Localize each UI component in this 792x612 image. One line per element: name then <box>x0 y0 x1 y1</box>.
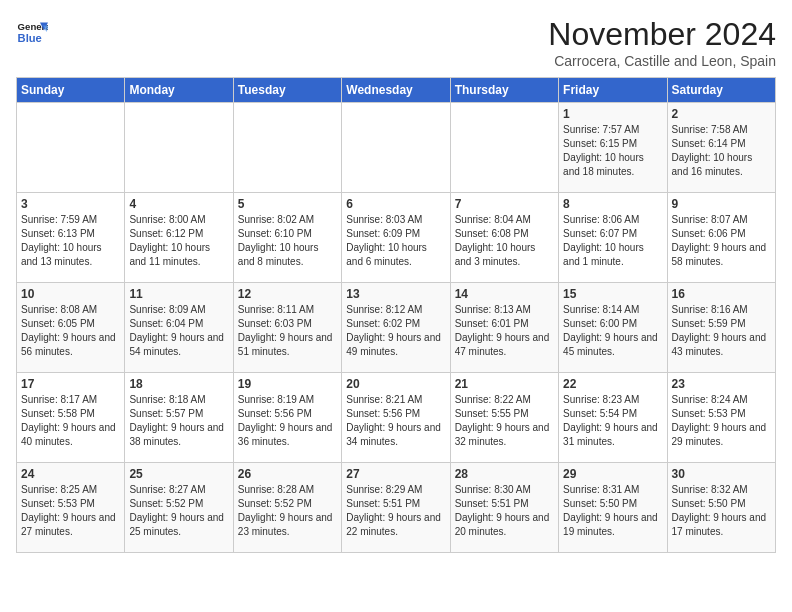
location-title: Carrocera, Castille and Leon, Spain <box>548 53 776 69</box>
calendar-cell: 20Sunrise: 8:21 AM Sunset: 5:56 PM Dayli… <box>342 373 450 463</box>
calendar-cell: 11Sunrise: 8:09 AM Sunset: 6:04 PM Dayli… <box>125 283 233 373</box>
day-number: 13 <box>346 287 445 301</box>
day-info: Sunrise: 7:57 AM Sunset: 6:15 PM Dayligh… <box>563 123 662 179</box>
weekday-header-saturday: Saturday <box>667 78 775 103</box>
day-info: Sunrise: 8:09 AM Sunset: 6:04 PM Dayligh… <box>129 303 228 359</box>
day-number: 2 <box>672 107 771 121</box>
calendar-cell: 28Sunrise: 8:30 AM Sunset: 5:51 PM Dayli… <box>450 463 558 553</box>
day-info: Sunrise: 8:24 AM Sunset: 5:53 PM Dayligh… <box>672 393 771 449</box>
calendar-cell <box>342 103 450 193</box>
day-number: 21 <box>455 377 554 391</box>
day-number: 7 <box>455 197 554 211</box>
calendar-week-4: 17Sunrise: 8:17 AM Sunset: 5:58 PM Dayli… <box>17 373 776 463</box>
calendar-cell: 23Sunrise: 8:24 AM Sunset: 5:53 PM Dayli… <box>667 373 775 463</box>
day-info: Sunrise: 8:18 AM Sunset: 5:57 PM Dayligh… <box>129 393 228 449</box>
calendar-header-row: SundayMondayTuesdayWednesdayThursdayFrid… <box>17 78 776 103</box>
title-block: November 2024 Carrocera, Castille and Le… <box>548 16 776 69</box>
calendar-cell: 5Sunrise: 8:02 AM Sunset: 6:10 PM Daylig… <box>233 193 341 283</box>
day-info: Sunrise: 8:14 AM Sunset: 6:00 PM Dayligh… <box>563 303 662 359</box>
day-info: Sunrise: 8:00 AM Sunset: 6:12 PM Dayligh… <box>129 213 228 269</box>
calendar-body: 1Sunrise: 7:57 AM Sunset: 6:15 PM Daylig… <box>17 103 776 553</box>
weekday-header-monday: Monday <box>125 78 233 103</box>
day-info: Sunrise: 8:23 AM Sunset: 5:54 PM Dayligh… <box>563 393 662 449</box>
day-number: 19 <box>238 377 337 391</box>
day-number: 10 <box>21 287 120 301</box>
day-info: Sunrise: 8:27 AM Sunset: 5:52 PM Dayligh… <box>129 483 228 539</box>
day-number: 4 <box>129 197 228 211</box>
day-info: Sunrise: 8:07 AM Sunset: 6:06 PM Dayligh… <box>672 213 771 269</box>
calendar-cell: 27Sunrise: 8:29 AM Sunset: 5:51 PM Dayli… <box>342 463 450 553</box>
day-number: 24 <box>21 467 120 481</box>
calendar-cell: 4Sunrise: 8:00 AM Sunset: 6:12 PM Daylig… <box>125 193 233 283</box>
calendar-cell: 2Sunrise: 7:58 AM Sunset: 6:14 PM Daylig… <box>667 103 775 193</box>
calendar-cell: 13Sunrise: 8:12 AM Sunset: 6:02 PM Dayli… <box>342 283 450 373</box>
day-number: 6 <box>346 197 445 211</box>
day-info: Sunrise: 8:11 AM Sunset: 6:03 PM Dayligh… <box>238 303 337 359</box>
day-info: Sunrise: 8:02 AM Sunset: 6:10 PM Dayligh… <box>238 213 337 269</box>
calendar-cell: 6Sunrise: 8:03 AM Sunset: 6:09 PM Daylig… <box>342 193 450 283</box>
day-info: Sunrise: 8:28 AM Sunset: 5:52 PM Dayligh… <box>238 483 337 539</box>
calendar-cell: 25Sunrise: 8:27 AM Sunset: 5:52 PM Dayli… <box>125 463 233 553</box>
calendar-week-2: 3Sunrise: 7:59 AM Sunset: 6:13 PM Daylig… <box>17 193 776 283</box>
day-number: 15 <box>563 287 662 301</box>
day-info: Sunrise: 8:08 AM Sunset: 6:05 PM Dayligh… <box>21 303 120 359</box>
day-number: 29 <box>563 467 662 481</box>
weekday-header-tuesday: Tuesday <box>233 78 341 103</box>
calendar-cell: 9Sunrise: 8:07 AM Sunset: 6:06 PM Daylig… <box>667 193 775 283</box>
day-number: 1 <box>563 107 662 121</box>
calendar-cell <box>233 103 341 193</box>
calendar-cell: 10Sunrise: 8:08 AM Sunset: 6:05 PM Dayli… <box>17 283 125 373</box>
calendar-cell: 19Sunrise: 8:19 AM Sunset: 5:56 PM Dayli… <box>233 373 341 463</box>
calendar-cell <box>450 103 558 193</box>
day-number: 26 <box>238 467 337 481</box>
calendar-table: SundayMondayTuesdayWednesdayThursdayFrid… <box>16 77 776 553</box>
day-number: 27 <box>346 467 445 481</box>
day-info: Sunrise: 8:30 AM Sunset: 5:51 PM Dayligh… <box>455 483 554 539</box>
day-number: 23 <box>672 377 771 391</box>
calendar-cell <box>17 103 125 193</box>
day-number: 17 <box>21 377 120 391</box>
day-number: 11 <box>129 287 228 301</box>
calendar-cell: 26Sunrise: 8:28 AM Sunset: 5:52 PM Dayli… <box>233 463 341 553</box>
day-info: Sunrise: 8:31 AM Sunset: 5:50 PM Dayligh… <box>563 483 662 539</box>
day-info: Sunrise: 8:13 AM Sunset: 6:01 PM Dayligh… <box>455 303 554 359</box>
day-number: 14 <box>455 287 554 301</box>
calendar-week-5: 24Sunrise: 8:25 AM Sunset: 5:53 PM Dayli… <box>17 463 776 553</box>
header: General Blue November 2024 Carrocera, Ca… <box>16 16 776 69</box>
day-info: Sunrise: 8:29 AM Sunset: 5:51 PM Dayligh… <box>346 483 445 539</box>
day-info: Sunrise: 7:59 AM Sunset: 6:13 PM Dayligh… <box>21 213 120 269</box>
day-number: 12 <box>238 287 337 301</box>
day-number: 25 <box>129 467 228 481</box>
calendar-cell: 29Sunrise: 8:31 AM Sunset: 5:50 PM Dayli… <box>559 463 667 553</box>
day-info: Sunrise: 8:22 AM Sunset: 5:55 PM Dayligh… <box>455 393 554 449</box>
day-number: 30 <box>672 467 771 481</box>
day-number: 8 <box>563 197 662 211</box>
calendar-cell <box>125 103 233 193</box>
weekday-header-wednesday: Wednesday <box>342 78 450 103</box>
calendar-week-1: 1Sunrise: 7:57 AM Sunset: 6:15 PM Daylig… <box>17 103 776 193</box>
logo: General Blue <box>16 16 48 48</box>
day-info: Sunrise: 8:12 AM Sunset: 6:02 PM Dayligh… <box>346 303 445 359</box>
calendar-cell: 15Sunrise: 8:14 AM Sunset: 6:00 PM Dayli… <box>559 283 667 373</box>
calendar-cell: 18Sunrise: 8:18 AM Sunset: 5:57 PM Dayli… <box>125 373 233 463</box>
day-number: 5 <box>238 197 337 211</box>
day-info: Sunrise: 8:17 AM Sunset: 5:58 PM Dayligh… <box>21 393 120 449</box>
day-info: Sunrise: 8:06 AM Sunset: 6:07 PM Dayligh… <box>563 213 662 269</box>
month-title: November 2024 <box>548 16 776 53</box>
calendar-cell: 1Sunrise: 7:57 AM Sunset: 6:15 PM Daylig… <box>559 103 667 193</box>
day-number: 28 <box>455 467 554 481</box>
day-number: 18 <box>129 377 228 391</box>
day-info: Sunrise: 8:16 AM Sunset: 5:59 PM Dayligh… <box>672 303 771 359</box>
calendar-week-3: 10Sunrise: 8:08 AM Sunset: 6:05 PM Dayli… <box>17 283 776 373</box>
svg-text:Blue: Blue <box>18 32 42 44</box>
weekday-header-thursday: Thursday <box>450 78 558 103</box>
calendar-cell: 12Sunrise: 8:11 AM Sunset: 6:03 PM Dayli… <box>233 283 341 373</box>
calendar-cell: 21Sunrise: 8:22 AM Sunset: 5:55 PM Dayli… <box>450 373 558 463</box>
calendar-cell: 22Sunrise: 8:23 AM Sunset: 5:54 PM Dayli… <box>559 373 667 463</box>
day-number: 20 <box>346 377 445 391</box>
weekday-header-sunday: Sunday <box>17 78 125 103</box>
calendar-cell: 17Sunrise: 8:17 AM Sunset: 5:58 PM Dayli… <box>17 373 125 463</box>
day-info: Sunrise: 8:19 AM Sunset: 5:56 PM Dayligh… <box>238 393 337 449</box>
day-number: 22 <box>563 377 662 391</box>
day-info: Sunrise: 8:32 AM Sunset: 5:50 PM Dayligh… <box>672 483 771 539</box>
